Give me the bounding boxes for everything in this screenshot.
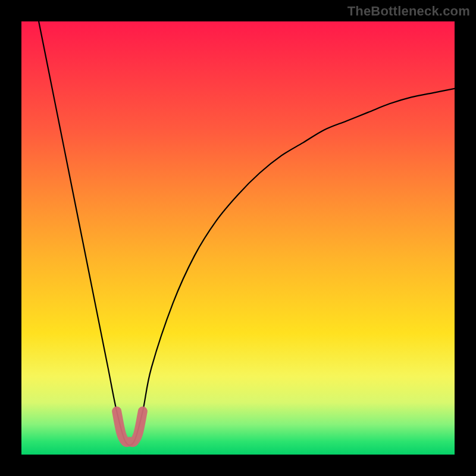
black-curve xyxy=(39,21,455,446)
plot-area xyxy=(21,21,455,455)
curve-svg xyxy=(21,21,455,455)
chart-frame: TheBottleneck.com xyxy=(0,0,476,476)
pink-segment xyxy=(117,411,143,442)
watermark-text: TheBottleneck.com xyxy=(347,4,470,19)
